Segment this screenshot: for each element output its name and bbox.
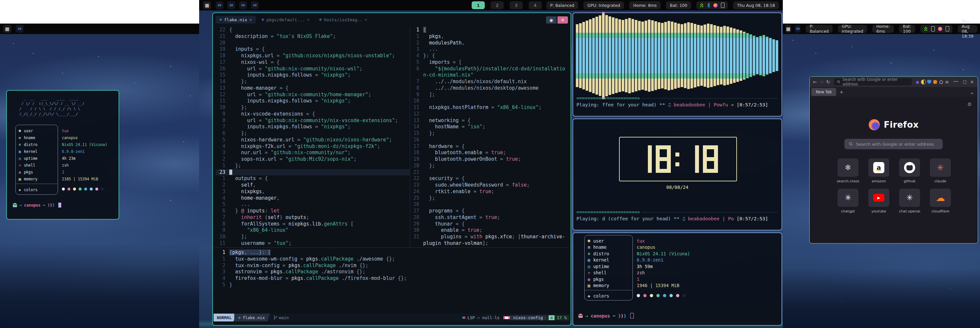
clock-right[interactable]: Thu Aug 08, 18:39 xyxy=(958,25,977,33)
shortcut-cloudflare[interactable]: ☁cloudflare xyxy=(925,189,956,214)
code-line[interactable]: 16 xyxy=(411,137,570,143)
code-line[interactable]: 1 }; xyxy=(216,163,409,169)
workspace-tag-3[interactable]: 3 xyxy=(510,1,523,9)
code-line[interactable]: 13 networking = { xyxy=(411,117,570,124)
shortcut-search-nixos[interactable]: ❄search.nixos xyxy=(833,158,863,183)
audio-tray-icon[interactable] xyxy=(938,27,942,31)
code-line[interactable]: 7 inputs.nixpkgs.follows = "nixpkgs"; xyxy=(216,124,409,130)
workspace-tag-2[interactable]: 2 xyxy=(491,1,504,9)
code-line[interactable]: 4}: { xyxy=(411,53,570,59)
code-line[interactable]: 4 nixpkgs-f2k.url = "github:moni-dz/nixp… xyxy=(216,143,409,150)
shell-prompt[interactable]: →canopus~))) xyxy=(13,203,61,208)
tab-new-tab[interactable]: New Tab xyxy=(811,88,836,96)
code-line[interactable]: 23 sudo.wheelNeedsPassword = false; xyxy=(411,182,570,189)
code-line[interactable]: 2 self, xyxy=(216,182,409,189)
shortcut-youtube[interactable]: ▶youtube xyxy=(863,189,894,214)
status-pill[interactable]: Bat: 100 xyxy=(899,25,915,33)
code-line[interactable]: 2 modulesPath, xyxy=(411,40,570,46)
pane-vertical-divider[interactable] xyxy=(410,27,410,247)
editor-tab-flake-nix[interactable]: ❄flake.nix✕ xyxy=(216,16,256,24)
status-pill[interactable]: Bat: 100 xyxy=(666,1,691,9)
code-line[interactable]: 15 }; xyxy=(411,130,570,137)
pinned-app-icon[interactable]: $W xyxy=(795,25,800,33)
terminal-fastfetch-right[interactable]: ☻usertux≡hnamecanopus❄distroNixOS 24.11 … xyxy=(573,233,782,326)
code-line[interactable]: 28 ssh.startAgent = true; xyxy=(411,214,570,221)
code-line[interactable]: 1 pkgs, xyxy=(411,33,570,40)
editor-tab-pkgs-default-[interactable]: ❄pkgs/default...✕ xyxy=(258,16,313,24)
code-line[interactable]: 18 nixpkgs.url = "github:nixos/nixpkgs/n… xyxy=(216,53,409,59)
code-line[interactable]: 11 inputs.nixpkgs.follows = "nixpkgs"; xyxy=(216,98,409,105)
shell-prompt[interactable]: →canopus~))) xyxy=(578,313,634,318)
code-line[interactable]: 14 hostName = "iso"; xyxy=(411,124,570,130)
clock-main[interactable]: Thu Aug 08, 18:18 xyxy=(733,1,779,9)
battery-tray-icon[interactable] xyxy=(931,26,935,32)
code-line[interactable]: 11 username = "tux"; xyxy=(216,240,409,247)
code-line[interactable]: 1 tux-awesome-wm-config = pkgs.callPacka… xyxy=(216,256,571,263)
tab-close-icon[interactable]: ✕ xyxy=(364,17,367,22)
code-line[interactable]: 13 home-manager = { xyxy=(216,85,409,92)
status-pill[interactable]: GPU: Integrated xyxy=(583,1,624,9)
menu-icon[interactable]: ≡ xyxy=(944,79,950,85)
status-pill[interactable]: Home: 6ms xyxy=(872,25,894,33)
pinned-app-icon[interactable]: $W xyxy=(216,1,223,9)
code-line[interactable]: 5} xyxy=(216,282,571,288)
code-line[interactable]: 24 rtkit.enable = true; xyxy=(411,189,570,195)
code-line[interactable]: 22 security = { xyxy=(411,176,570,182)
maximize-button[interactable]: □ xyxy=(963,79,967,84)
pane-horizontal-divider[interactable] xyxy=(213,247,569,248)
code-line[interactable]: 5 imports = [ xyxy=(411,59,570,66)
tab-close-icon[interactable]: ✕ xyxy=(250,17,252,22)
code-line[interactable]: 2 sops-nix.url = "github:Mic92/sops-nix"… xyxy=(216,156,409,163)
code-line[interactable]: n-cd-minimal.nix" xyxy=(411,72,570,79)
pinned-app-icon[interactable]: $W xyxy=(228,1,235,9)
code-line[interactable]: 26 xyxy=(411,201,570,208)
tab-close-icon[interactable]: ✕ xyxy=(307,17,310,22)
status-pill[interactable]: Home: 8ms xyxy=(629,1,661,9)
app-launcher-icon[interactable]: ▦ xyxy=(203,1,211,9)
code-line[interactable]: 29 thunar = { xyxy=(411,221,570,228)
code-line[interactable]: 22{ xyxy=(216,27,409,33)
pinned-app-icon[interactable]: $W xyxy=(16,25,24,33)
code-line[interactable]: 9 ]; xyxy=(411,92,570,98)
code-line[interactable]: 23 xyxy=(216,169,409,176)
code-line[interactable]: plugin thunar-volman]; xyxy=(411,240,570,247)
code-line[interactable]: 15 inputs.nixpkgs.follows = "nixpkgs"; xyxy=(216,72,409,79)
shortcut-chatgpt[interactable]: ✳chatgpt xyxy=(833,189,863,214)
code-line[interactable]: 8 forAllSystems = nixpkgs.lib.genAttrs [ xyxy=(216,221,409,228)
extension-icon-ublock[interactable]: ◆ xyxy=(915,79,920,85)
clock-window[interactable]: 08/08/24 ======================> Playing… xyxy=(573,119,782,230)
code-line[interactable]: 9 "x86_64-linux" xyxy=(216,227,409,234)
extension-icon-password-shield[interactable] xyxy=(926,79,932,85)
personalize-gear-icon[interactable]: ⚙ xyxy=(967,101,972,107)
code-line[interactable]: 21 description = "tux's NixOS Flake"; xyxy=(216,33,409,40)
code-line[interactable]: 20 }; xyxy=(411,163,570,169)
new-tab-button[interactable]: + xyxy=(840,89,843,95)
code-line[interactable]: 2 tux-nvim-config = pkgs.callPackage ./n… xyxy=(216,263,571,269)
code-line[interactable]: 1{pkgs, ...}: { xyxy=(216,249,571,256)
terminal-fastfetch-left[interactable]: _ __ ___ ____ ____ / |/ / ()_\_\/\/ / __… xyxy=(6,90,119,220)
status-pill[interactable]: P: Balanced xyxy=(546,1,578,9)
shortcut-chat-openai[interactable]: ✳chat.openai xyxy=(894,189,925,214)
code-line[interactable]: 4 home-manager, xyxy=(216,195,409,202)
code-line[interactable]: 3 astronvim = pkgs.callPackage ./astronv… xyxy=(216,269,571,275)
editor-pane-iso[interactable]: 1{1 pkgs,2 modulesPath,3 ...4}: {5 impor… xyxy=(411,27,570,247)
app-launcher-icon[interactable]: ▦ xyxy=(786,25,791,33)
workspace-tag-1[interactable]: 1 xyxy=(472,1,485,9)
window-close-button[interactable]: ✕ xyxy=(970,79,974,84)
editor-pane-default-nix[interactable]: 1{pkgs, ...}: {1 tux-awesome-wm-config =… xyxy=(216,249,571,288)
pinned-app-icon[interactable]: $W xyxy=(251,1,259,9)
code-line[interactable]: 14 }; xyxy=(216,79,409,85)
code-line[interactable]: 19 bluetooth.powerOnBoot = true; xyxy=(411,156,570,163)
workspace-tag-4[interactable]: 4 xyxy=(529,1,542,9)
code-line[interactable]: 7 ../../modules/nixos/default.nix xyxy=(411,79,570,85)
code-line[interactable]: 21 xyxy=(411,169,570,176)
editor-window[interactable]: ❄flake.nix✕❄pkgs/default...✕❄hosts/isoIm… xyxy=(212,13,571,326)
list-tabs-chevron-icon[interactable]: ⌄ xyxy=(970,89,974,95)
code-line[interactable]: 6 "${modulesPath}/installer/cd-dvd/insta… xyxy=(411,66,570,72)
tray-network-icon[interactable] xyxy=(924,27,928,31)
code-line[interactable]: 25 }; xyxy=(411,195,570,202)
editor-tab-hosts-isoImag-[interactable]: ❄hosts/isoImag..✕ xyxy=(315,16,371,24)
code-line[interactable]: 3 nixpkgs, xyxy=(216,189,409,195)
code-line[interactable]: 12 xyxy=(411,111,570,117)
code-line[interactable]: 16 url = "github:nix-community/nixos-wsl… xyxy=(216,66,409,72)
